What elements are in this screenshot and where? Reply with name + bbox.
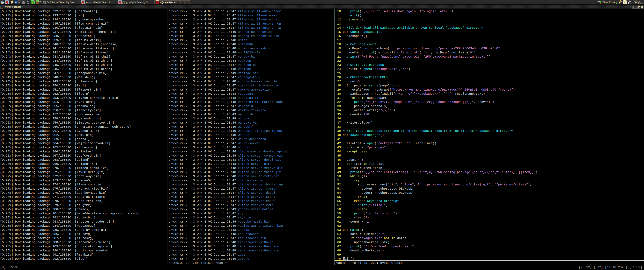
svg-text:a: a xyxy=(44,1,45,4)
svg-text:µ: µ xyxy=(32,1,34,4)
svg-text:M: M xyxy=(28,2,30,4)
